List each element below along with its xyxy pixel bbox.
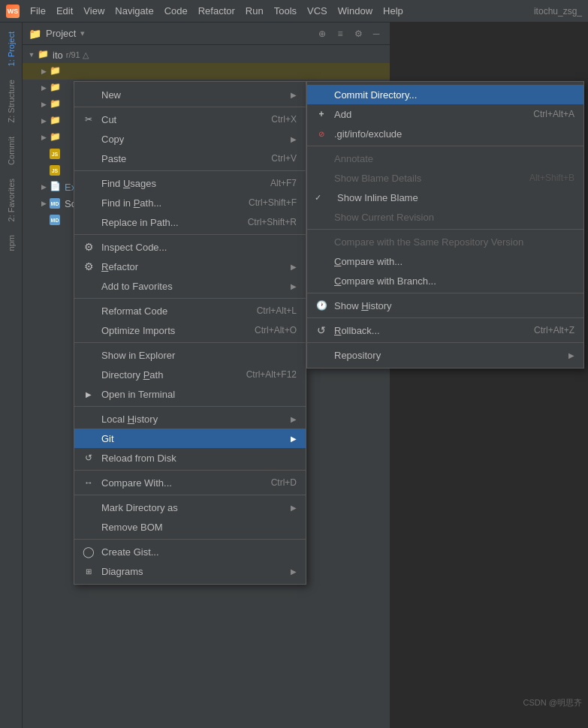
sub-show-blame-label: Show Blame Details <box>334 173 421 184</box>
ctx-copy-arrow: ▶ <box>291 135 297 143</box>
sub-rollback-shortcut: Ctrl+Alt+Z <box>534 325 574 335</box>
sub-sep-2 <box>307 229 583 230</box>
ctx-open-terminal[interactable]: ▶ Open in Terminal <box>74 384 306 404</box>
sub-gitinfo-icon: ⊘ <box>315 127 328 140</box>
ctx-create-gist-label: Create Gist... <box>101 546 159 558</box>
ctx-git[interactable]: Git ▶ <box>74 429 306 448</box>
ctx-paste-icon <box>82 152 95 165</box>
ctx-refactor[interactable]: ⚙ Refactor ▶ <box>74 257 306 276</box>
ctx-local-history-arrow: ▶ <box>291 415 297 423</box>
ctx-new-arrow: ▶ <box>291 91 297 99</box>
ctx-compare-with-label: Compare With... <box>101 477 172 489</box>
ctx-diagrams-arrow: ▶ <box>291 567 297 576</box>
ctx-sep-2 <box>74 234 306 235</box>
sub-sep-1 <box>307 146 583 146</box>
sub-add-label: Add <box>334 109 351 120</box>
ctx-local-history[interactable]: Local History ▶ <box>74 409 306 429</box>
sub-inline-blame-check: ✓ <box>315 193 321 203</box>
sub-compare-branch[interactable]: Compare with Branch... <box>307 271 583 290</box>
ctx-optimize-label: Optimize Imports <box>101 325 175 336</box>
sub-compare-with[interactable]: Compare with... <box>307 251 583 271</box>
ctx-sep-7 <box>74 495 306 495</box>
ctx-copy-icon <box>82 132 95 146</box>
ctx-cut-label: Cut <box>101 114 116 125</box>
ctx-show-explorer[interactable]: Show in Explorer <box>74 345 306 365</box>
sub-commit-dir-label: Commit Directory... <box>334 89 417 101</box>
ctx-reformat-shortcut: Ctrl+Alt+L <box>257 305 297 316</box>
sub-commit-dir[interactable]: Commit Directory... <box>307 85 583 104</box>
ctx-find-in-path-label: Find in Path... <box>101 197 161 209</box>
sub-repository-label: Repository <box>334 350 381 361</box>
ctx-dir-path[interactable]: Directory Path Ctrl+Alt+F12 <box>74 365 306 384</box>
ctx-git-label: Git <box>101 433 114 444</box>
sub-show-history-label: Show History <box>334 300 392 311</box>
sub-show-history[interactable]: 🕐 Show History <box>307 296 583 315</box>
ctx-find-usages-label: Find Usages <box>101 178 156 189</box>
ctx-add-favorites-label: Add to Favorites <box>101 281 173 292</box>
ctx-mark-dir-arrow: ▶ <box>291 504 297 512</box>
sub-rollback[interactable]: ↺ Rollback... Ctrl+Alt+Z <box>307 320 583 340</box>
ctx-mark-dir[interactable]: Mark Directory as ▶ <box>74 498 306 517</box>
ctx-optimize-shortcut: Ctrl+Alt+O <box>255 325 297 335</box>
ctx-sep-1 <box>74 170 306 171</box>
ctx-reload-icon: ↺ <box>82 451 95 465</box>
ctx-reload[interactable]: ↺ Reload from Disk <box>74 448 306 468</box>
sub-rollback-icon: ↺ <box>315 323 328 337</box>
ctx-compare-icon: ↔ <box>82 476 95 489</box>
ctx-compare-with-shortcut: Ctrl+D <box>271 477 297 488</box>
sub-rollback-label: Rollback... <box>334 325 380 336</box>
ctx-compare-with[interactable]: ↔ Compare With... Ctrl+D <box>74 473 306 492</box>
sub-show-inline-blame[interactable]: ✓ Show Inline Blame <box>307 188 583 207</box>
sub-sep-5 <box>307 342 583 343</box>
ctx-sep-0 <box>74 107 306 107</box>
ctx-inspect-label: Inspect Code... <box>101 242 167 253</box>
ctx-sep-4 <box>74 342 306 343</box>
sub-gitinfo-label: .git/info/exclude <box>334 128 402 140</box>
sub-repository[interactable]: Repository ▶ <box>307 345 583 365</box>
ctx-replace-in-path[interactable]: Replace in Path... Ctrl+Shift+R <box>74 212 306 232</box>
ctx-copy-label: Copy <box>101 134 124 145</box>
ctx-terminal-icon: ▶ <box>82 387 95 401</box>
ctx-reformat[interactable]: Reformat Code Ctrl+Alt+L <box>74 301 306 320</box>
ctx-optimize[interactable]: Optimize Imports Ctrl+Alt+O <box>74 320 306 340</box>
sub-compare-same-repo: Compare with the Same Repository Version <box>307 232 583 251</box>
ctx-diagrams-icon: ⊞ <box>82 564 95 578</box>
ctx-inspect-code[interactable]: ⚙ Inspect Code... <box>74 237 306 257</box>
ctx-find-usages[interactable]: Find Usages Alt+F7 <box>74 173 306 193</box>
sub-add[interactable]: + Add Ctrl+Alt+A <box>307 104 583 124</box>
ctx-find-in-path[interactable]: Find in Path... Ctrl+Shift+F <box>74 193 306 212</box>
ctx-diagrams[interactable]: ⊞ Diagrams ▶ <box>74 561 306 581</box>
sub-gitinfo[interactable]: ⊘ .git/info/exclude <box>307 124 583 143</box>
ctx-replace-in-path-label: Replace in Path... <box>101 217 179 228</box>
ctx-remove-bom-label: Remove BOM <box>101 522 163 533</box>
ctx-find-in-path-shortcut: Ctrl+Shift+F <box>249 197 297 208</box>
git-submenu: Commit Directory... + Add Ctrl+Alt+A ⊘ .… <box>306 81 584 369</box>
ctx-new-icon <box>82 88 95 101</box>
sub-show-blame-shortcut: Alt+Shift+B <box>529 173 574 183</box>
ctx-sep-6 <box>74 470 306 471</box>
ctx-cut[interactable]: ✂ Cut Ctrl+X <box>74 110 306 129</box>
ctx-cut-icon: ✂ <box>82 113 95 126</box>
ctx-add-favorites-arrow: ▶ <box>291 282 297 290</box>
ctx-local-history-label: Local History <box>101 414 158 425</box>
ctx-dir-path-label: Directory Path <box>101 369 163 381</box>
ctx-sep-3 <box>74 298 306 299</box>
ctx-copy[interactable]: Copy ▶ <box>74 129 306 149</box>
ctx-cut-shortcut: Ctrl+X <box>271 114 297 125</box>
ctx-paste[interactable]: Paste Ctrl+V <box>74 149 306 168</box>
sub-add-shortcut: Ctrl+Alt+A <box>533 109 574 119</box>
ctx-git-arrow: ▶ <box>291 435 297 443</box>
sub-annotate: Annotate <box>307 149 583 168</box>
sub-compare-branch-label: Compare with Branch... <box>334 275 436 287</box>
ctx-new[interactable]: New ▶ <box>74 85 306 104</box>
ctx-remove-bom[interactable]: Remove BOM <box>74 517 306 537</box>
ctx-reload-label: Reload from Disk <box>101 453 176 464</box>
sub-repository-arrow: ▶ <box>568 351 574 359</box>
ctx-show-explorer-label: Show in Explorer <box>101 350 175 361</box>
ctx-sep-5 <box>74 406 306 407</box>
sub-show-current-revision: Show Current Revision <box>307 207 583 227</box>
ctx-new-label: New <box>101 89 121 101</box>
ctx-find-usages-shortcut: Alt+F7 <box>270 178 297 188</box>
ctx-create-gist[interactable]: ◯ Create Gist... <box>74 542 306 561</box>
ctx-add-favorites[interactable]: Add to Favorites ▶ <box>74 276 306 296</box>
